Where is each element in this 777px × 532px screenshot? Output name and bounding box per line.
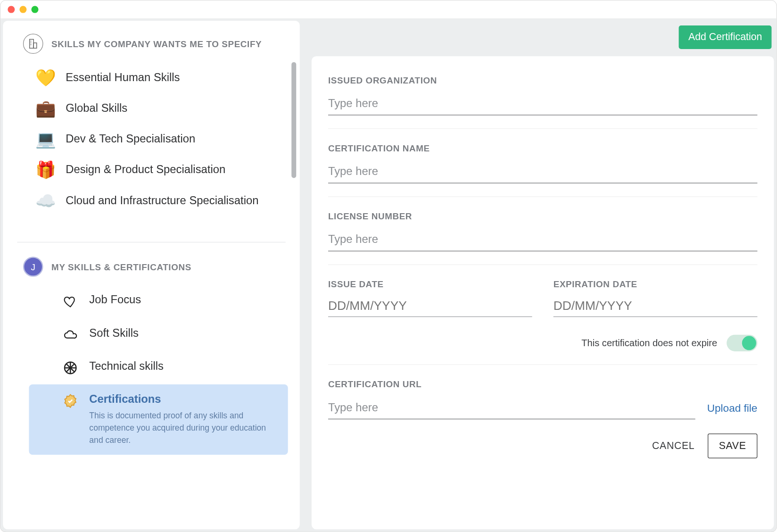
- my-skills-list: Job Focus Soft Skills Technical skills: [3, 285, 300, 455]
- my-skill-job-focus[interactable]: Job Focus: [29, 285, 288, 318]
- sidebar-divider: [17, 242, 285, 242]
- field-license-number: LICENSE NUMBER: [328, 208, 757, 265]
- no-expire-label: This certification does not expire: [581, 338, 717, 349]
- briefcase-icon: 💼: [36, 99, 55, 117]
- expiration-date-label: EXPIRATION DATE: [554, 279, 758, 289]
- window-zoom-icon[interactable]: [31, 6, 38, 13]
- main-toolbar: Add Certification: [312, 21, 774, 56]
- toggle-knob: [742, 336, 756, 350]
- cloud-outline-icon: [62, 326, 79, 343]
- main-panel: Add Certification ISSUED ORGANIZATION CE…: [312, 21, 774, 529]
- my-skill-technical[interactable]: Technical skills: [29, 351, 288, 384]
- cloud-icon: ☁️: [36, 191, 55, 210]
- heart-outline-icon: [62, 293, 79, 310]
- skill-label: Global Skills: [66, 102, 127, 115]
- my-skills-header: J MY SKILLS & CERTIFICATIONS: [3, 251, 300, 285]
- skill-item-essential-human[interactable]: 💛 Essential Human Skills: [3, 62, 285, 93]
- field-certification-name: CERTIFICATION NAME: [328, 140, 757, 197]
- content-area: SKILLS MY COMPANY WANTS ME TO SPECIFY 💛 …: [0, 18, 776, 532]
- skill-label: Cloud and Infrastructure Specialisation: [66, 194, 258, 207]
- titlebar: [0, 0, 776, 18]
- skill-item-dev-tech[interactable]: 💻 Dev & Tech Specialisation: [3, 124, 285, 154]
- license-number-label: LICENSE NUMBER: [328, 211, 757, 221]
- field-dates: ISSUE DATE EXPIRATION DATE This certific…: [328, 275, 757, 365]
- certification-url-input[interactable]: [328, 398, 695, 419]
- issue-date-col: ISSUE DATE: [328, 279, 532, 317]
- save-button[interactable]: SAVE: [708, 433, 757, 458]
- skill-item-design-product[interactable]: 🎁 Design & Product Specialisation: [3, 154, 285, 185]
- no-expire-toggle[interactable]: [727, 335, 757, 351]
- field-issued-organization: ISSUED ORGANIZATION: [328, 72, 757, 129]
- company-skills-list: 💛 Essential Human Skills 💼 Global Skills…: [3, 62, 300, 239]
- issued-organization-input[interactable]: [328, 93, 757, 115]
- scrollbar-thumb[interactable]: [291, 62, 296, 178]
- my-skill-description: This is documented proof of any skills a…: [89, 409, 276, 447]
- expiration-date-col: EXPIRATION DATE: [554, 279, 758, 317]
- expiration-date-input[interactable]: [554, 298, 758, 317]
- skill-item-global[interactable]: 💼 Global Skills: [3, 93, 285, 124]
- svg-rect-1: [33, 43, 37, 48]
- my-skills-title: MY SKILLS & CERTIFICATIONS: [51, 262, 191, 272]
- my-skill-certifications[interactable]: Certifications This is documented proof …: [29, 384, 288, 455]
- skill-label: Essential Human Skills: [66, 71, 180, 84]
- skill-label: Dev & Tech Specialisation: [66, 133, 195, 146]
- my-skill-label: Certifications: [89, 393, 276, 406]
- certification-name-label: CERTIFICATION NAME: [328, 143, 757, 153]
- license-number-input[interactable]: [328, 230, 757, 251]
- add-certification-button[interactable]: Add Certification: [679, 25, 772, 49]
- avatar-letter: J: [31, 262, 35, 272]
- laptop-icon: 💻: [36, 130, 55, 149]
- company-skills-header: SKILLS MY COMPANY WANTS ME TO SPECIFY: [3, 28, 300, 62]
- building-icon: [23, 33, 43, 54]
- certification-form: ISSUED ORGANIZATION CERTIFICATION NAME L…: [312, 56, 774, 529]
- issue-date-label: ISSUE DATE: [328, 279, 532, 289]
- app-window: SKILLS MY COMPANY WANTS ME TO SPECIFY 💛 …: [0, 0, 777, 532]
- certification-url-label: CERTIFICATION URL: [328, 379, 757, 389]
- no-expire-row: This certification does not expire: [328, 335, 757, 351]
- badge-icon: [62, 393, 79, 409]
- gift-icon: 🎁: [36, 160, 55, 179]
- company-skills-title: SKILLS MY COMPANY WANTS ME TO SPECIFY: [51, 39, 262, 49]
- sidebar: SKILLS MY COMPANY WANTS ME TO SPECIFY 💛 …: [3, 21, 300, 529]
- issue-date-input[interactable]: [328, 298, 532, 317]
- upload-file-link[interactable]: Upload file: [707, 402, 758, 419]
- field-certification-url: CERTIFICATION URL Upload file: [328, 375, 757, 422]
- my-skill-label: Job Focus: [89, 293, 141, 307]
- window-close-icon[interactable]: [8, 6, 15, 13]
- issued-organization-label: ISSUED ORGANIZATION: [328, 75, 757, 85]
- skill-item-cloud-infra[interactable]: ☁️ Cloud and Infrastructure Specialisati…: [3, 185, 285, 216]
- my-skill-label: Soft Skills: [89, 326, 139, 340]
- window-minimize-icon[interactable]: [19, 6, 26, 13]
- my-skill-label: Technical skills: [89, 359, 164, 373]
- wheel-icon: [62, 359, 79, 376]
- certification-name-input[interactable]: [328, 161, 757, 183]
- cancel-button[interactable]: CANCEL: [647, 434, 699, 457]
- my-skill-soft-skills[interactable]: Soft Skills: [29, 318, 288, 351]
- heart-icon: 💛: [36, 68, 55, 87]
- form-actions: CANCEL SAVE: [328, 433, 757, 458]
- avatar: J: [23, 257, 43, 277]
- skill-label: Design & Product Specialisation: [66, 163, 225, 176]
- svg-rect-0: [30, 39, 33, 48]
